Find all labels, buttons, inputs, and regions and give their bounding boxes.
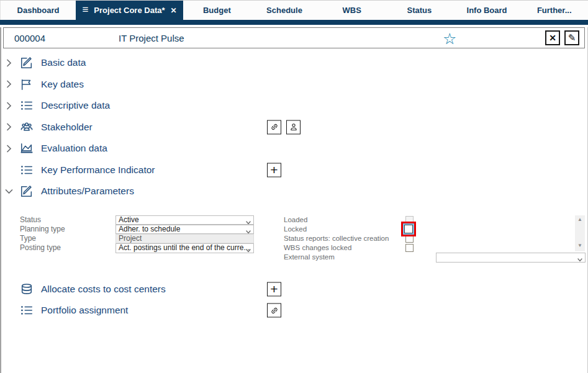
posting-type-select[interactable]: Act. postings until the end of the curre… [115,243,254,253]
planning-type-select-value: Adher. to schedule [119,225,180,233]
section-title: Allocate costs to cost centers [41,284,166,295]
chevron-right-icon[interactable] [6,123,19,131]
stakeholder-person-button[interactable] [286,120,301,134]
flag-icon [20,77,35,92]
list-icon [20,163,35,178]
section-basic-data[interactable]: Basic data [1,52,587,74]
chevron-right-icon[interactable] [6,145,19,153]
tab-schedule[interactable]: Schedule [251,1,319,20]
content-window: 000004 IT Project Pulse ☆ ✕ ✎ Basic data… [0,27,588,373]
status-select[interactable]: Active [115,215,254,225]
project-name: IT Project Pulse [119,33,184,43]
tab-further[interactable]: Further... [520,1,588,20]
people-icon [20,120,35,135]
area-chart-icon [20,141,35,156]
field-label-posting-type: Posting type [20,243,61,253]
section-title: Attributes/Parameters [41,186,134,197]
field-label-external-system: External system [284,253,335,262]
hamburger-icon[interactable]: ≡ [82,4,88,15]
chevron-down-icon [246,218,251,225]
chevron-spacer [6,307,19,315]
posting-type-select-value: Act. postings until the end of the curre… [119,243,250,252]
tab-label: Further... [537,6,572,15]
type-readonly-field: Project [115,234,254,243]
database-icon [20,282,35,297]
tab-project-core-data[interactable]: ≡ Project Core Data* ✕ [76,1,183,20]
chevron-down-icon [577,256,582,263]
section-title: Portfolio assignment [41,305,128,316]
section-title: Key dates [41,79,84,90]
plus-icon: + [270,163,278,176]
favorite-star-icon[interactable]: ☆ [443,29,456,48]
section-key-dates[interactable]: Key dates [1,74,587,96]
locked-checkbox[interactable] [404,225,413,233]
bottom-section-list: Allocate costs to cost centers + Portfol… [1,279,587,321]
close-button[interactable]: ✕ [545,30,560,45]
field-label-status-reports: Status reports: collective creation [284,234,389,243]
edit-button[interactable]: ✎ [564,30,579,45]
tab-label: Status [407,6,432,15]
section-title: Evaluation data [41,143,107,154]
status-select-value: Active [119,215,139,224]
section-title: Stakeholder [41,122,93,133]
planning-type-select[interactable]: Adher. to schedule [115,225,254,235]
field-label-wbs-changes-locked: WBS changes locked [284,243,351,253]
tab-wbs[interactable]: WBS [318,1,386,20]
section-title: Descriptive data [41,100,110,111]
pencil-icon: ✎ [568,32,576,43]
chevron-right-icon[interactable] [6,59,19,67]
list-icon [20,98,35,113]
tab-label: Budget [203,6,231,15]
attributes-form: Status Planning type Type Posting type A… [1,215,587,263]
scroll-up-icon[interactable]: ▲ [575,217,585,224]
chevron-spacer [6,166,19,174]
scroll-down-icon[interactable]: ▼ [575,243,585,250]
section-title: Key Performance Indicator [41,164,155,176]
close-icon: ✕ [549,33,556,43]
plus-icon: + [270,282,278,295]
chevron-down-icon [246,246,251,253]
section-attributes-parameters[interactable]: Attributes/Parameters [1,181,587,202]
tab-budget[interactable]: Budget [183,1,251,20]
section-key-performance-indicator[interactable]: Key Performance Indicator + [1,160,587,181]
tab-close-icon[interactable]: ✕ [171,6,177,15]
tab-status[interactable]: Status [386,1,453,20]
wbs-changes-locked-checkbox[interactable] [405,244,414,252]
project-id: 000004 [14,33,45,43]
field-label-planning-type: Planning type [20,225,65,234]
field-label-loaded: Loaded [284,215,307,225]
chevron-down-icon[interactable] [6,187,19,195]
portfolio-link-button[interactable] [267,303,281,318]
section-evaluation-data[interactable]: Evaluation data [1,138,587,160]
section-title: Basic data [41,57,86,68]
add-cost-allocation-button[interactable]: + [267,282,281,296]
tab-label: Info Board [467,6,507,15]
chevron-right-icon[interactable] [6,80,19,88]
highlight-box [401,222,416,236]
edit-icon [20,55,35,70]
tab-label: Project Core Data* [94,6,165,15]
tab-label: Dashboard [17,6,60,15]
field-label-status: Status [20,215,41,225]
tab-dashboard[interactable]: Dashboard [0,1,76,20]
tab-label: Schedule [266,6,302,15]
chevron-down-icon [246,228,251,235]
add-kpi-button[interactable]: + [267,163,281,177]
tab-info-board[interactable]: Info Board [453,1,521,20]
external-system-select[interactable] [436,253,586,263]
object-header: 000004 IT Project Pulse ☆ ✕ ✎ [3,27,585,48]
field-label-locked: Locked [284,225,307,234]
tab-bar-underline [0,20,588,25]
section-portfolio-assignment[interactable]: Portfolio assignment [1,300,587,321]
chevron-right-icon[interactable] [6,102,19,110]
chevron-spacer [6,285,19,293]
section-stakeholder[interactable]: Stakeholder [1,117,587,138]
stakeholder-link-button[interactable] [267,120,281,134]
list-icon [20,303,35,318]
section-descriptive-data[interactable]: Descriptive data [1,95,587,117]
section-allocate-costs[interactable]: Allocate costs to cost centers + [1,279,587,300]
form-scrollbar[interactable]: ▲ ▼ [575,215,585,251]
section-list: Basic data Key dates Descriptive data St… [1,52,587,202]
field-label-type: Type [20,234,36,243]
tab-bar: Dashboard ≡ Project Core Data* ✕ Budget … [0,0,588,20]
